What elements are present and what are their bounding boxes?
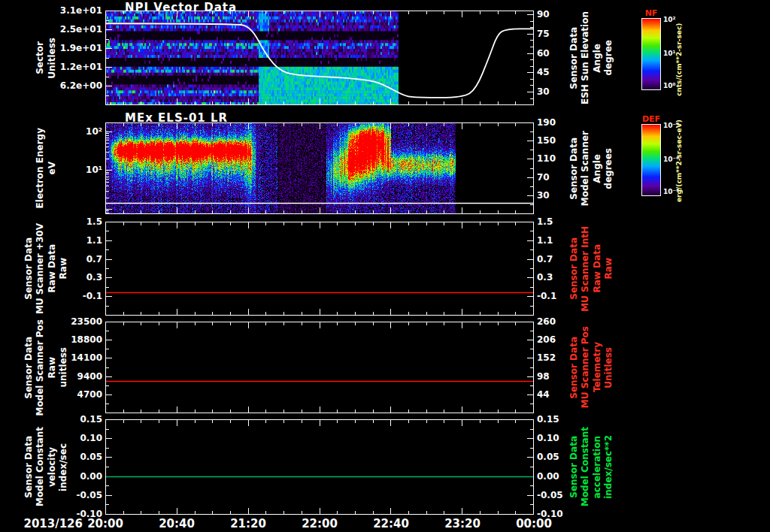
model-scanner-pos-line-plot <box>105 322 534 413</box>
axis-label-line: Raw <box>58 258 68 279</box>
axis-label-line: MU Scanner +30V <box>35 223 45 314</box>
axis-label-line: Raw Data <box>592 244 602 293</box>
panel-1-left-axis-label: Electron EnergyeV <box>8 122 84 214</box>
panel-4-right-axis-label: Sensor DataModel Constantaccelerationind… <box>561 419 621 515</box>
x-tick-label: 22:40 <box>361 517 421 530</box>
axis-label-line: Raw <box>603 258 614 279</box>
colorbar-tick-label: 10⁻⁴ <box>663 122 679 129</box>
axis-label-line: Unitless <box>47 38 57 79</box>
panel-0-right-axis-label: Sensor DataESH Sun ElevationAngledegree <box>561 11 621 105</box>
multi-panel-time-series-figure: NPI Vector Data MEx ELS-01 LR NF DEF cnt… <box>0 0 770 532</box>
colorbar-tick-label: 10¹ <box>663 50 675 57</box>
axis-label-line: Sensor Data <box>568 337 579 399</box>
axis-label-line: degree <box>603 40 614 76</box>
panel-2-right-axis-label: Sensor DataMU Scanner IntHRaw DataRaw <box>561 222 621 316</box>
npi-sector-spectrogram <box>105 11 534 105</box>
axis-label-line: degrees <box>603 148 614 189</box>
axis-label-line: MU Scanner IntH <box>580 226 590 312</box>
axis-label-line: Telemetry <box>592 342 602 392</box>
axis-label-line: Model Constant <box>580 427 590 506</box>
panel-3-left-axis-label: Sensor DataModel Scanner PosRawunitless <box>8 322 84 413</box>
axis-label-line: Angle <box>592 154 602 183</box>
axis-label-line: Sensor Data <box>23 237 34 300</box>
nf-colorbar <box>641 18 661 90</box>
axis-label-line: Model Scanner Pos <box>35 319 45 416</box>
axis-label-line: eV <box>47 162 57 174</box>
colorbar-tick-label: 10⁻⁸ <box>663 188 679 195</box>
axis-label-line: Raw Data <box>47 244 57 293</box>
x-tick-label: 20:40 <box>147 517 207 530</box>
axis-label-line: Unitless <box>603 347 614 388</box>
axis-label-line: unitless <box>58 347 68 387</box>
colorbar-tick-label: 10⁰ <box>663 82 675 89</box>
panel-2-left-axis-label: Sensor DataMU Scanner +30VRaw DataRaw <box>8 222 84 316</box>
def-colorbar <box>641 124 661 196</box>
colorbar-tick-label: 10⁻⁶ <box>663 156 679 163</box>
mu-scanner-30v-line-plot <box>105 222 534 316</box>
axis-label-line: Sensor Data <box>23 337 34 399</box>
nf-colorbar-title: NF <box>638 8 665 18</box>
axis-label-line: Sensor Data <box>23 436 34 498</box>
axis-label-line: MU Scanner Pos <box>580 326 590 408</box>
x-tick-label: 20:00 <box>75 517 135 530</box>
axis-label-line: Sensor Data <box>568 436 579 498</box>
panel-0-left-axis-label: SectorUnitless <box>8 11 84 105</box>
axis-label-line: velocity <box>47 447 57 487</box>
panel-3-right-axis-label: Sensor DataMU Scanner PosTelemetryUnitle… <box>561 322 621 413</box>
axis-label-line: index/sec <box>58 443 68 491</box>
axis-label-line: Sector <box>35 41 45 74</box>
axis-label-line: Sensor Data <box>568 138 579 200</box>
panel-1-right-axis-label: Sensor DataModel ScannerAngledegrees <box>561 122 621 214</box>
nf-colorbar-unit-label: cnts/(cm**2-sr-sec) <box>675 12 683 96</box>
axis-label-line: acceleration <box>592 436 602 498</box>
colorbar-tick-label: 10² <box>663 16 675 23</box>
x-tick-label: 22:00 <box>290 517 350 530</box>
def-colorbar-title: DEF <box>638 114 665 124</box>
x-tick-label: 00:00 <box>504 517 564 530</box>
x-tick-label: 23:20 <box>432 517 493 530</box>
axis-label-line: Model Scanner <box>580 131 590 206</box>
axis-label-line: Electron Energy <box>35 128 45 208</box>
axis-label-line: index/sec**2 <box>603 435 614 499</box>
axis-label-line: Raw <box>47 357 57 378</box>
axis-label-line: ESH Sun Elevation <box>580 11 590 104</box>
x-tick-label: 21:20 <box>218 517 278 530</box>
panel-4-left-axis-label: Sensor DataModel Constantvelocityindex/s… <box>8 419 84 515</box>
els-energy-spectrogram <box>105 122 534 214</box>
axis-label-line: Sensor Data <box>568 237 579 300</box>
axis-label-line: Angle <box>592 44 602 73</box>
axis-label-line: Model Constant <box>35 427 45 506</box>
axis-label-line: Sensor Data <box>568 27 579 89</box>
model-constant-velocity-line-plot <box>105 419 534 515</box>
